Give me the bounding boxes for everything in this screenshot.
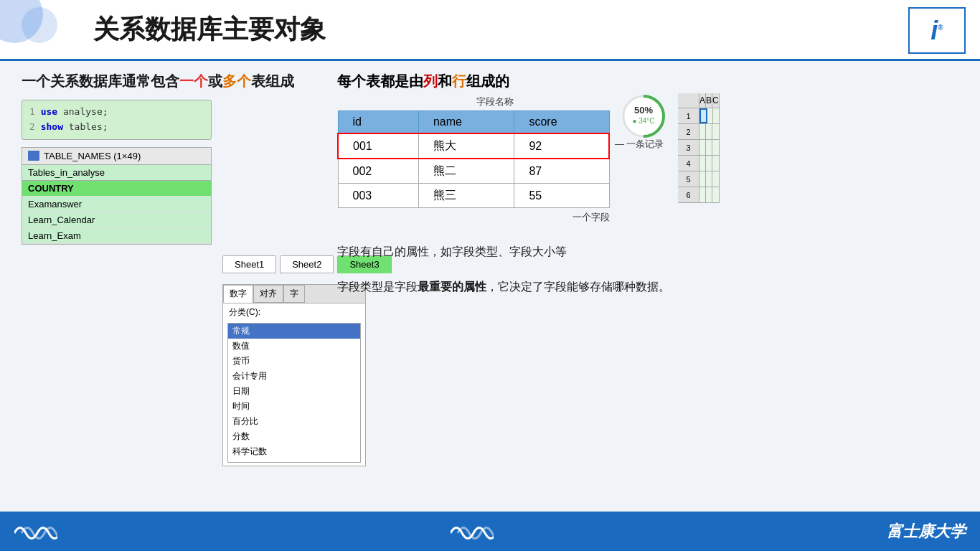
table-names-title: TABLE_NAMES (1×49) <box>44 151 141 161</box>
col-name: name <box>418 111 514 134</box>
terminal-line-2: 2 show tables; <box>29 120 204 135</box>
cell-1-id: 001 <box>338 133 418 159</box>
db-table: id name score 001 熊大 92 <box>337 110 610 208</box>
field-annotation: 一个字段 <box>337 211 610 224</box>
cell-2-name: 熊二 <box>418 159 514 184</box>
excel-row-4: 4 <box>678 156 720 171</box>
excel-cell-6C[interactable] <box>712 187 719 202</box>
progress-circle-svg: 50% ● 34°C <box>621 93 667 140</box>
format-tab-align[interactable]: 对齐 <box>253 285 283 303</box>
excel-cell-3A[interactable] <box>699 140 706 155</box>
desc-text-2: 字段类型是字段最重要的属性，它决定了字段能够存储哪种数据。 <box>337 277 958 298</box>
excel-row-1: 1 <box>678 108 720 124</box>
excel-cell-1C[interactable] <box>713 108 719 123</box>
footer-brand: 富士康大学 <box>887 521 966 542</box>
excel-row-2: 2 <box>678 124 720 140</box>
excel-corner <box>678 93 699 108</box>
excel-col-C: C <box>712 93 720 108</box>
page-title: 关系数据库主要对象 <box>93 12 326 47</box>
table-row-learn-calendar[interactable]: Learn_Calendar <box>22 212 211 228</box>
excel-cell-6B[interactable] <box>706 187 712 202</box>
logo: i® <box>908 7 966 54</box>
excel-row-num-5: 5 <box>678 171 699 187</box>
table-icon <box>28 151 39 161</box>
excel-cell-3C[interactable] <box>712 140 719 155</box>
left-subtitle: 一个关系数据库通常包含一个或多个表组成 <box>22 72 323 91</box>
progress-text: 50% <box>634 105 653 116</box>
excel-cell-5A[interactable] <box>699 171 706 187</box>
excel-row-6: 6 <box>678 187 720 203</box>
excel-row-3: 3 <box>678 140 720 156</box>
excel-cell-4A[interactable] <box>699 156 706 171</box>
format-tab-number[interactable]: 数字 <box>223 285 253 303</box>
excel-cell-1A[interactable] <box>699 108 707 123</box>
excel-row-num-1: 1 <box>678 108 699 123</box>
excel-row-5: 5 <box>678 171 720 187</box>
table-row-2: 002 熊二 87 <box>338 159 609 184</box>
cell-1-name: 熊大 <box>418 133 514 159</box>
excel-col-A: A <box>699 93 706 108</box>
footer-right-wave <box>451 519 494 544</box>
cell-2-score: 87 <box>514 159 609 184</box>
excel-grid: A B C 1 2 3 <box>678 93 720 203</box>
terminal-box: 1 use analyse; 2 show tables; <box>22 100 212 140</box>
progress-area: 50% ● 34°C <box>621 93 667 143</box>
excel-row-num-6: 6 <box>678 187 699 202</box>
sheet2-tab[interactable]: Sheet2 <box>280 255 334 273</box>
excel-cell-3B[interactable] <box>706 140 712 155</box>
right-panel: 每个表都是由列和行组成的 字段名称 id name score <box>337 72 958 501</box>
table-row-examanswer[interactable]: Examanswer <box>22 197 211 212</box>
cell-2-id: 002 <box>338 159 418 184</box>
format-tab-font[interactable]: 字 <box>283 285 305 303</box>
main-content: 一个关系数据库通常包含一个或多个表组成 1 use analyse; 2 sho… <box>0 61 980 512</box>
footer-left <box>14 519 57 544</box>
cell-3-name: 熊三 <box>418 184 514 208</box>
excel-row-num-4: 4 <box>678 156 699 171</box>
logo-icon: i® <box>930 16 943 46</box>
excel-col-B: B <box>706 93 712 108</box>
wave-icon-right <box>451 519 494 544</box>
cell-1-score: 92 <box>514 133 609 159</box>
excel-cell-1B[interactable] <box>707 108 713 123</box>
sheet1-tab[interactable]: Sheet1 <box>222 255 276 273</box>
db-table-container: id name score 001 熊大 92 <box>337 110 610 224</box>
wave-icon-left <box>14 519 57 544</box>
excel-cell-4C[interactable] <box>712 156 719 171</box>
db-table-wrapper: 每个表都是由列和行组成的 字段名称 id name score <box>337 72 610 224</box>
table-names-box: TABLE_NAMES (1×49) Tables_in_analyse COU… <box>22 147 212 245</box>
excel-row-num-3: 3 <box>678 140 699 155</box>
table-names-header: TABLE_NAMES (1×49) <box>22 148 211 165</box>
table-row-learn-exam[interactable]: Learn_Exam <box>22 228 211 244</box>
excel-cell-2A[interactable] <box>699 124 706 139</box>
table-row-1: 001 熊大 92 <box>338 133 609 159</box>
table-col-header: Tables_in_analyse <box>22 165 211 181</box>
excel-header: A B C <box>678 93 720 108</box>
excel-cell-6A[interactable] <box>699 187 706 202</box>
table-row-country[interactable]: COUNTRY <box>22 181 211 197</box>
excel-cell-2C[interactable] <box>712 124 719 139</box>
left-panel: 一个关系数据库通常包含一个或多个表组成 1 use analyse; 2 sho… <box>22 72 323 501</box>
cell-3-id: 003 <box>338 184 418 208</box>
desc-text-1: 字段有自己的属性，如字段类型、字段大小等 <box>337 242 958 263</box>
temp-text: ● 34°C <box>632 117 654 125</box>
header: 关系数据库主要对象 i® <box>0 0 980 61</box>
excel-cell-4B[interactable] <box>706 156 712 171</box>
col-id: id <box>338 111 418 134</box>
excel-cell-5B[interactable] <box>706 171 712 187</box>
col-score: score <box>514 111 609 134</box>
excel-row-num-2: 2 <box>678 124 699 139</box>
header-decoration <box>0 0 86 61</box>
footer: 富士康大学 <box>0 512 980 551</box>
field-name-label: 字段名称 <box>380 95 610 108</box>
cell-3-score: 55 <box>514 184 609 208</box>
sheets-area: Sheet1 Sheet2 Sheet3 <box>222 255 323 273</box>
table-section-title: 每个表都是由列和行组成的 <box>337 72 610 91</box>
table-header-row: id name score <box>338 111 609 134</box>
terminal-line-1: 1 use analyse; <box>29 105 204 120</box>
excel-cell-2B[interactable] <box>706 124 712 139</box>
table-row-3: 003 熊三 55 <box>338 184 609 208</box>
excel-cell-5C[interactable] <box>712 171 719 187</box>
